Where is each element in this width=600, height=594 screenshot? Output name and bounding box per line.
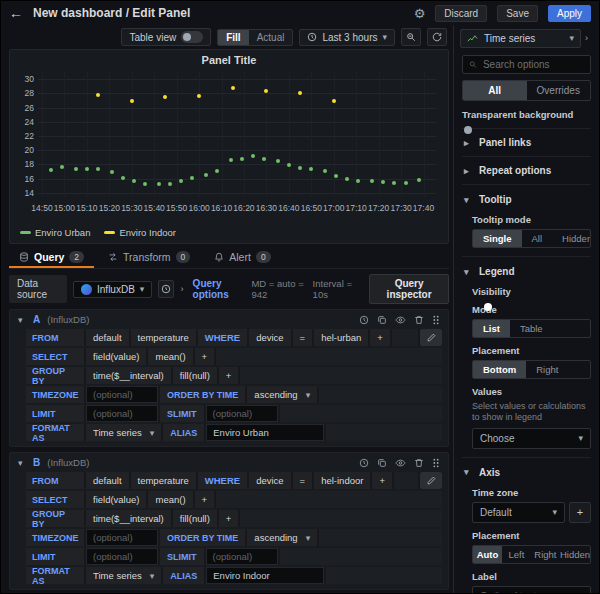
duplicate-icon[interactable] [377,458,387,468]
legend-item-indoor[interactable]: Enviro Indoor [104,227,176,238]
slimit-label[interactable]: SLIMIT [160,405,204,422]
group-by-label[interactable]: GROUP BY [26,510,84,527]
select-aggregation[interactable]: mean() [148,348,192,365]
history-icon[interactable] [359,315,369,325]
where-keyword[interactable]: WHERE [198,329,247,346]
query-letter[interactable]: A [33,314,40,325]
axis-placement-auto[interactable]: Auto [473,546,502,563]
select-aggregation[interactable]: mean() [148,491,192,508]
chevron-down-icon[interactable]: ▾ [18,458,26,468]
visualization-select[interactable]: Time series ▾ [460,29,581,48]
repeat-options-section[interactable]: ▸ Repeat options [462,156,591,184]
query-inspector-button[interactable]: Query inspector [369,274,449,304]
chart-plot-area[interactable] [38,72,436,197]
select-field[interactable]: field(value) [86,348,146,365]
limit-label[interactable]: LIMIT [26,405,84,422]
table-view-control[interactable]: Table view [121,28,211,46]
order-by-label[interactable]: ORDER BY TIME [160,529,245,546]
gear-icon[interactable]: ⚙ [414,6,426,21]
zoom-out-button[interactable] [401,28,421,46]
from-label[interactable]: FROM [26,472,84,489]
where-keyword[interactable]: WHERE [198,472,247,489]
discard-button[interactable]: Discard [435,5,487,22]
tab-transform[interactable]: Transform 0 [98,248,200,268]
legend-section-header[interactable]: ▾ Legend [462,263,591,279]
fill-option[interactable]: Fill [218,30,248,45]
group-by-fill[interactable]: fill(null) [173,510,217,527]
eye-icon[interactable] [395,315,406,325]
query-letter[interactable]: B [33,457,40,468]
slimit-label[interactable]: SLIMIT [160,548,204,565]
collapse-pane-icon[interactable]: › [585,33,593,43]
where-tag-value[interactable]: hel-urban [314,329,368,346]
tab-overrides[interactable]: Overrides [527,81,591,100]
order-by-label[interactable]: ORDER BY TIME [160,386,245,403]
query-options-link[interactable]: Query options [193,278,246,300]
alias-label[interactable]: ALIAS [163,567,204,584]
add-timezone-button[interactable]: + [569,502,591,523]
format-as-select[interactable]: Time series ▾ [86,567,161,584]
eye-icon[interactable] [395,458,406,468]
from-measurement[interactable]: temperature [131,472,196,489]
axis-placement-left[interactable]: Left [502,546,531,563]
alias-input[interactable] [206,567,324,584]
group-by-add-button[interactable]: + [219,367,239,384]
order-by-select[interactable]: ascending ▾ [247,386,317,403]
trash-icon[interactable] [414,458,424,468]
legend-placement-bottom[interactable]: Bottom [473,361,526,378]
slimit-input[interactable] [206,548,278,565]
format-as-select[interactable]: Time series ▾ [86,424,161,441]
from-policy[interactable]: default [86,472,129,489]
chevron-down-icon[interactable]: ▾ [18,315,26,325]
axis-placement-hidden[interactable]: Hidden [560,546,590,563]
group-by-time[interactable]: time($__interval) [86,367,171,384]
tab-all[interactable]: All [463,81,527,100]
search-input[interactable] [483,59,584,70]
table-view-toggle[interactable] [181,31,203,43]
where-add-button[interactable]: + [370,329,390,346]
group-by-fill[interactable]: fill(null) [173,367,217,384]
tooltip-mode-single[interactable]: Single [473,230,522,247]
timezone-label[interactable]: TIMEZONE [26,529,84,546]
tooltip-mode-all[interactable]: All [522,230,553,247]
from-measurement[interactable]: temperature [131,329,196,346]
tab-query[interactable]: Query 2 [9,248,94,268]
where-operator[interactable]: = [293,472,313,489]
limit-input[interactable] [86,405,158,422]
limit-label[interactable]: LIMIT [26,548,84,565]
axis-section-header[interactable]: ▾ Axis [462,464,591,480]
slimit-input[interactable] [206,405,278,422]
legend-mode-list[interactable]: List [473,320,510,337]
save-button[interactable]: Save [497,5,538,22]
tooltip-section-header[interactable]: ▾ Tooltip [462,191,591,207]
from-label[interactable]: FROM [26,329,84,346]
format-as-label[interactable]: FORMAT AS [26,424,84,441]
edit-raw-query-button[interactable] [420,329,442,346]
apply-button[interactable]: Apply [548,5,591,22]
time-range-picker[interactable]: Last 3 hours ▾ [299,29,395,46]
drag-handle-icon[interactable] [432,315,440,325]
tab-alert[interactable]: Alert 0 [204,248,280,268]
select-add-button[interactable]: + [195,491,215,508]
select-field[interactable]: field(value) [86,491,146,508]
axis-timezone-select[interactable]: Default ▾ [472,502,565,523]
legend-mode-table[interactable]: Table [510,320,553,337]
chevron-right-icon[interactable]: › [180,284,186,294]
axis-label-input[interactable] [472,586,591,594]
legend-values-select[interactable]: Choose ▾ [472,428,591,449]
order-by-select[interactable]: ascending ▾ [247,529,317,546]
from-policy[interactable]: default [86,329,129,346]
where-tag-key[interactable]: device [249,329,290,346]
panel-links-section[interactable]: ▸ Panel links [462,128,591,156]
refresh-button[interactable] [427,28,447,46]
alias-label[interactable]: ALIAS [163,424,204,441]
select-label[interactable]: SELECT [26,491,84,508]
trash-icon[interactable] [414,315,424,325]
timezone-input[interactable] [86,386,158,403]
duplicate-icon[interactable] [377,315,387,325]
datasource-help-button[interactable] [158,280,174,298]
where-tag-key[interactable]: device [249,472,290,489]
axis-placement-right[interactable]: Right [531,546,560,563]
edit-raw-query-button[interactable] [420,472,442,489]
limit-input[interactable] [86,548,158,565]
